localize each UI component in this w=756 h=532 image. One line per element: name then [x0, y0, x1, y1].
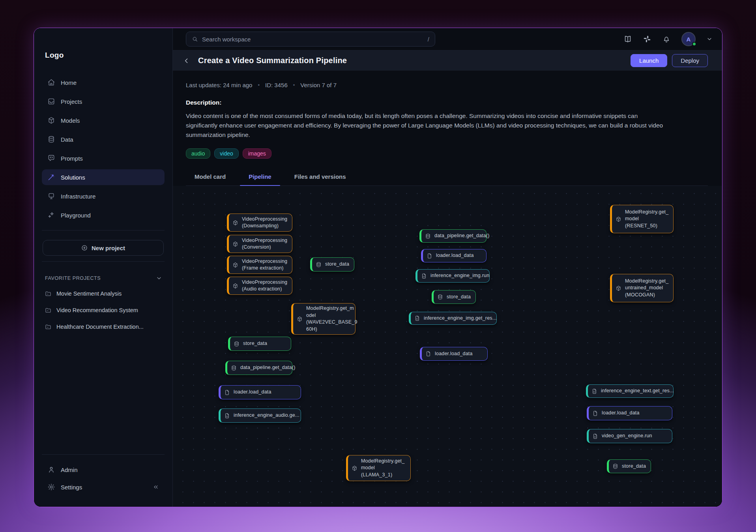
- sidebar-item-settings[interactable]: Settings: [43, 478, 163, 496]
- tab-model-card[interactable]: Model card: [186, 169, 234, 185]
- tab-files-and-versions[interactable]: Files and versions: [286, 169, 355, 185]
- pipeline-node-data[interactable]: store_data: [228, 337, 291, 351]
- pipeline-node-loader[interactable]: loader.load_data: [587, 406, 672, 420]
- sidebar-item-label: Prompts: [61, 155, 83, 162]
- search-shortcut: /: [428, 36, 429, 43]
- sidebar-item-models[interactable]: Models: [42, 112, 165, 128]
- pipeline-node-inference[interactable]: inference_engine_img.run: [415, 269, 490, 283]
- pipeline-node-loader[interactable]: loader.load_data: [219, 385, 301, 399]
- sidebar-item-home[interactable]: Home: [42, 75, 165, 90]
- favorites-list: Movie Sentiment AnalysisVideo Recommenda…: [42, 285, 165, 335]
- database-icon: [425, 233, 431, 239]
- favorite-project-item[interactable]: Movie Sentiment Analysis: [42, 285, 165, 302]
- sidebar-item-prompts[interactable]: Prompts: [42, 150, 165, 166]
- bell-icon[interactable]: [662, 35, 671, 43]
- node-label: inference_engine_img.get_res...: [424, 315, 497, 322]
- sidebar-footer: AdminSettings: [42, 454, 165, 507]
- pipeline-node-model[interactable]: ModelRegistry.get_m odel (WAVE2VEC_BASE_…: [291, 303, 356, 335]
- pipeline-node-model[interactable]: ModelRegistry.get_ untrained_model (MOCO…: [610, 274, 674, 302]
- tab-label: Model card: [195, 173, 226, 180]
- pipeline-node-inference[interactable]: inference_engine_audio.ge...: [219, 408, 301, 423]
- user-icon: [47, 466, 55, 474]
- node-label: ModelRegistry.get_m odel (WAVE2VEC_BASE_…: [306, 305, 357, 333]
- chevron-down-icon[interactable]: [156, 275, 162, 281]
- meta-row: Last updates: 24 min ago • ID: 3456 • Ve…: [186, 82, 708, 88]
- plus-circle-icon: [81, 245, 88, 251]
- cube-icon: [616, 216, 621, 222]
- sidebar-item-playground[interactable]: Playground: [42, 207, 165, 223]
- back-button[interactable]: [183, 57, 191, 65]
- meta-id: ID: 3456: [265, 82, 288, 88]
- favorite-project-item[interactable]: Healthcare Document Extraction...: [42, 318, 165, 335]
- search-input[interactable]: [202, 36, 424, 43]
- pipeline-node-model[interactable]: VideoPreprocessing (Audio extraction): [227, 277, 292, 295]
- file-icon: [427, 253, 432, 259]
- folder-icon: [45, 324, 51, 330]
- pipeline-node-model[interactable]: ModelRegistry.get_ model (RESNET_50): [610, 205, 674, 233]
- deploy-button[interactable]: Deploy: [672, 54, 708, 67]
- pipeline-canvas[interactable]: VideoPreprocessing (Downsampling)VideoPr…: [173, 186, 722, 507]
- node-label: loader.load_data: [234, 389, 271, 396]
- favorite-project-item[interactable]: Video Recommendation System: [42, 302, 165, 318]
- pipeline-node-inference[interactable]: video_gen_engine.run: [587, 429, 672, 443]
- cube-icon: [616, 285, 621, 291]
- sidebar-item-label: Infrastructure: [61, 193, 95, 200]
- pipeline-node-loader[interactable]: loader.load_data: [420, 347, 488, 361]
- node-label: VideoPreprocessing (Downsampling): [242, 216, 287, 230]
- meta-last-updated: Last updates: 24 min ago: [186, 82, 252, 88]
- header-actions: Launch Deploy: [631, 54, 708, 67]
- chevron-down-icon[interactable]: [706, 36, 713, 42]
- pipeline-node-data[interactable]: store_data: [310, 257, 354, 272]
- node-label: store_data: [622, 463, 646, 470]
- node-label: video_gen_engine.run: [602, 433, 652, 440]
- pipeline-node-model[interactable]: ModelRegistry.get_ model (LLAMA_3_1): [346, 455, 411, 481]
- favorite-project-label: Video Recommendation System: [56, 307, 138, 313]
- new-project-button[interactable]: New project: [43, 240, 164, 256]
- search-bar[interactable]: /: [186, 32, 435, 47]
- main-area: / A: [173, 28, 722, 507]
- sidebar-item-label: Models: [61, 117, 80, 124]
- launch-button[interactable]: Launch: [631, 54, 667, 67]
- collapse-icon[interactable]: [153, 484, 159, 490]
- cube-icon: [232, 262, 238, 268]
- pipeline-node-loader[interactable]: loader.load_data: [421, 249, 487, 262]
- sidebar-item-label: Solutions: [61, 174, 85, 181]
- sidebar-item-data[interactable]: Data: [42, 131, 165, 147]
- tab-label: Files and versions: [294, 173, 346, 180]
- monitor-icon: [47, 192, 55, 200]
- tab-pipeline[interactable]: Pipeline: [240, 169, 280, 185]
- pipeline-node-model[interactable]: VideoPreprocessing (Downsampling): [227, 214, 292, 232]
- pipeline-node-model[interactable]: VideoPreprocessing (Frame extraction): [227, 256, 292, 274]
- tab-bar: Model cardPipelineFiles and versions: [186, 169, 708, 186]
- pipeline-node-data[interactable]: data_pipeline.get_data(): [419, 229, 487, 243]
- slack-icon[interactable]: [643, 35, 651, 43]
- home-icon: [47, 79, 55, 86]
- pipeline-node-data[interactable]: data_pipeline.get_data(): [225, 361, 292, 375]
- file-code-icon: [224, 413, 230, 419]
- file-icon: [425, 351, 431, 357]
- node-label: data_pipeline.get_data(): [434, 232, 490, 240]
- pipeline-node-data[interactable]: store_data: [607, 459, 651, 473]
- bullet-separator: •: [293, 82, 295, 88]
- sidebar-item-solutions[interactable]: Solutions: [42, 169, 165, 185]
- favorite-project-label: Movie Sentiment Analysis: [56, 290, 122, 297]
- pipeline-node-inference[interactable]: inference_engine_img.get_res...: [409, 312, 497, 325]
- node-label: loader.load_data: [602, 410, 640, 417]
- user-avatar[interactable]: A: [681, 32, 696, 46]
- sidebar-nav: HomeProjectsModelsDataPromptsSolutionsIn…: [42, 75, 165, 226]
- pipeline-node-data[interactable]: store_data: [432, 290, 476, 304]
- wand-icon: [47, 173, 55, 181]
- pipeline-node-inference[interactable]: inference_engine_text.get_res...: [586, 384, 674, 398]
- tag-images: images: [243, 148, 271, 159]
- pipeline-node-model[interactable]: VideoPreprocessing (Conversion): [227, 235, 292, 253]
- sidebar-item-infrastructure[interactable]: Infrastructure: [42, 188, 165, 204]
- tab-label: Pipeline: [249, 173, 271, 180]
- favorites-heading[interactable]: FAVORITE PROJECTS: [45, 275, 162, 281]
- cube-icon: [352, 465, 357, 471]
- sidebar-item-admin[interactable]: Admin: [43, 461, 163, 478]
- meta-version: Version 7 of 7: [300, 82, 337, 88]
- sidebar-item-projects[interactable]: Projects: [42, 94, 165, 109]
- book-open-icon[interactable]: [623, 35, 632, 43]
- database-icon: [231, 365, 237, 371]
- folder-icon: [45, 290, 51, 297]
